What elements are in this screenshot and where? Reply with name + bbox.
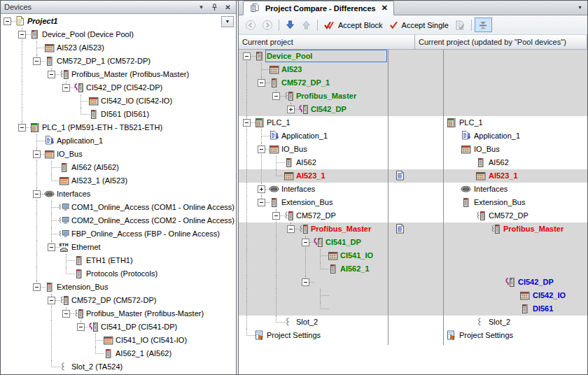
compare-right-cell[interactable]: IO_Bus — [443, 143, 587, 156]
tree-item[interactable]: DI561 (DI561) — [1, 108, 236, 121]
tree-item[interactable]: ETH1 (ETH1) — [1, 254, 236, 267]
tab-list-dropdown-icon[interactable]: ▼ — [578, 5, 582, 10]
compare-row[interactable]: Extension_BusExtension_Bus — [239, 196, 587, 209]
tree-item[interactable]: PLC_1 (PM591-ETH - TB521-ETH) — [1, 121, 236, 134]
compare-row[interactable]: AI523 — [239, 63, 587, 76]
compare-row[interactable]: Device_Pool — [239, 50, 587, 63]
expand-toggle[interactable] — [258, 185, 265, 193]
collapse-toggle[interactable] — [48, 243, 55, 251]
compare-row[interactable]: CI542_DP — [239, 103, 587, 116]
compare-left-cell[interactable]: AI562_1 — [239, 262, 388, 276]
collapse-toggle[interactable] — [77, 323, 85, 331]
collapse-toggle[interactable] — [302, 278, 309, 286]
expand-toggle[interactable] — [287, 106, 295, 113]
compare-left-cell[interactable]: Slot_2 — [239, 316, 388, 329]
compare-left-cell[interactable]: Project Settings — [239, 329, 388, 342]
compare-right-cell[interactable] — [443, 236, 587, 249]
compare-row[interactable]: CI541_IO — [239, 249, 587, 262]
compare-left-cell[interactable] — [239, 302, 388, 316]
compare-row[interactable]: Application_1Application_1 — [239, 129, 587, 143]
tree-item[interactable]: Interfaces — [1, 188, 236, 201]
tree-item[interactable]: Project1 — [1, 15, 236, 28]
collapse-toggle[interactable] — [287, 225, 295, 233]
compare-left-cell[interactable]: Device_Pool — [239, 50, 388, 63]
compare-left-cell[interactable]: Extension_Bus — [239, 196, 388, 209]
compare-right-cell[interactable]: AI523_1 — [443, 169, 587, 183]
tree-item[interactable]: AI523 (AI523) — [1, 41, 236, 55]
nav-back-button[interactable] — [242, 17, 259, 33]
compare-right-cell[interactable]: CI542_DP — [443, 276, 587, 289]
tree-item[interactable]: AI562_1 (AI562) — [1, 347, 236, 360]
compare-row[interactable]: AI562_1 — [239, 262, 587, 276]
document-check-button[interactable] — [451, 17, 468, 33]
collapse-toggle[interactable] — [258, 79, 265, 87]
compare-left-cell[interactable]: CM572_DP_1 — [239, 76, 388, 90]
compare-left-cell[interactable]: PLC_1 — [239, 116, 388, 129]
tree-item[interactable]: Profibus_Master (Profibus-Master) — [1, 68, 236, 81]
compare-left-cell[interactable]: Profibus_Master — [239, 222, 388, 236]
tree-item[interactable]: AI562 (AI562) — [1, 161, 236, 174]
tree-item[interactable]: COM2_Online_Access (COM2 - Online Access… — [1, 214, 236, 227]
compare-right-cell[interactable]: Profibus_Master — [443, 222, 587, 236]
tree-item[interactable]: CI542_DP (CI542-DP) — [1, 81, 236, 94]
window-menu-icon[interactable]: ▼ — [197, 3, 206, 12]
compare-right-cell[interactable]: CM572_DP — [443, 209, 587, 222]
tree-item[interactable]: AI523_1 (AI523) — [1, 174, 236, 188]
compare-right-cell[interactable]: Slot_2 — [443, 316, 587, 329]
compare-right-cell[interactable]: Application_1 — [443, 129, 587, 143]
tree-item[interactable]: CI541_DP (CI541-DP) — [1, 320, 236, 334]
compare-left-cell[interactable]: CI541_IO — [239, 249, 388, 262]
collapse-toggle[interactable] — [258, 146, 265, 153]
collapse-toggle[interactable] — [48, 297, 55, 304]
tree-item[interactable]: Application_1 — [1, 134, 236, 148]
compare-row[interactable]: InterfacesInterfaces — [239, 183, 587, 196]
collapse-toggle[interactable] — [48, 71, 55, 78]
compare-right-cell[interactable]: Interfaces — [443, 183, 587, 196]
pin-icon[interactable] — [210, 3, 219, 12]
compare-right-cell[interactable] — [443, 103, 587, 116]
compare-left-cell[interactable] — [239, 289, 388, 302]
show-differences-toggle[interactable] — [475, 17, 492, 32]
compare-right-cell[interactable] — [443, 50, 587, 63]
tree-item[interactable]: Profibus_Master (Profibus-Master) — [1, 307, 236, 320]
tree-item[interactable]: FBP_Online_Access (FBP - Online Access) — [1, 227, 236, 241]
tree-item[interactable]: COM1_Online_Access (COM1 - Online Access… — [1, 201, 236, 214]
close-icon[interactable]: ✕ — [223, 3, 232, 12]
compare-row[interactable]: CM572_DP_1 — [239, 76, 587, 90]
compare-left-cell[interactable]: CI542_DP — [239, 103, 388, 116]
nav-forward-button[interactable] — [259, 17, 276, 33]
collapse-toggle[interactable] — [18, 124, 26, 132]
collapse-toggle[interactable] — [272, 212, 280, 220]
collapse-toggle[interactable] — [33, 150, 41, 158]
collapse-toggle[interactable] — [33, 190, 41, 198]
tree-item[interactable]: CM572_DP (CM572-DP) — [1, 294, 236, 307]
compare-right-cell[interactable]: AI562 — [443, 156, 587, 169]
compare-right-cell[interactable] — [443, 262, 587, 276]
collapse-toggle[interactable] — [62, 84, 70, 92]
compare-right-cell[interactable] — [443, 63, 587, 76]
compare-left-cell[interactable]: Interfaces — [239, 183, 388, 196]
collapse-toggle[interactable] — [62, 310, 70, 318]
compare-right-cell[interactable] — [443, 90, 587, 103]
compare-right-cell[interactable]: Extension_Bus — [443, 196, 587, 209]
compare-right-cell[interactable]: DI561 — [443, 302, 587, 316]
compare-right-cell[interactable]: Project Settings — [443, 329, 587, 342]
previous-difference-button[interactable] — [298, 17, 314, 33]
compare-row[interactable]: AI523_1AI523_1 — [239, 169, 587, 183]
compare-left-cell[interactable]: IO_Bus — [239, 143, 388, 156]
next-difference-button[interactable] — [282, 17, 298, 33]
compare-row[interactable]: Project SettingsProject Settings — [239, 329, 587, 342]
tab-project-compare[interactable]: Project Compare - Differences ✕ — [243, 1, 394, 15]
collapse-toggle[interactable] — [33, 57, 41, 65]
collapse-toggle[interactable] — [272, 92, 280, 100]
collapse-toggle[interactable] — [18, 31, 26, 38]
compare-right-cell[interactable]: PLC_1 — [443, 116, 587, 129]
compare-right-cell[interactable] — [443, 76, 587, 90]
compare-right-cell[interactable]: CI542_IO — [443, 289, 587, 302]
compare-row[interactable]: DI561 — [239, 302, 587, 316]
tree-item[interactable]: Extension_Bus — [1, 281, 236, 294]
compare-left-cell[interactable]: CM572_DP — [239, 209, 388, 222]
tree-item[interactable]: CI541_IO (CI541-IO) — [1, 334, 236, 347]
compare-right-cell[interactable] — [443, 249, 587, 262]
compare-left-cell[interactable]: AI562 — [239, 156, 388, 169]
